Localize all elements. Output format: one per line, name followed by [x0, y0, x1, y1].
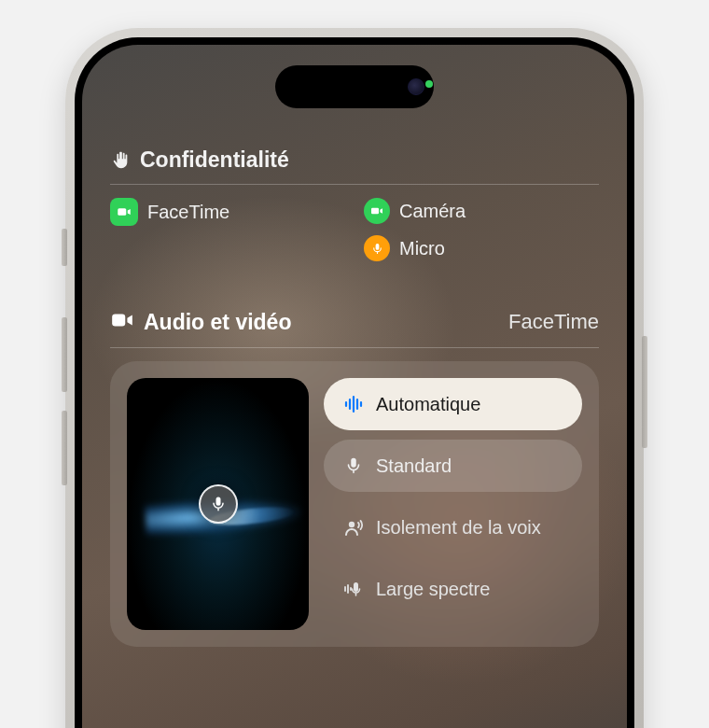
svg-rect-10	[351, 458, 356, 468]
option-label: Isolement de la voix	[376, 517, 541, 539]
waveform-icon	[342, 393, 365, 415]
hand-icon	[110, 150, 131, 171]
privacy-app-item[interactable]: FaceTime	[110, 198, 345, 226]
dynamic-island[interactable]	[275, 65, 434, 108]
divider	[110, 347, 599, 348]
svg-rect-2	[375, 243, 379, 249]
svg-rect-3	[112, 315, 125, 327]
svg-rect-1	[371, 208, 379, 215]
svg-rect-15	[354, 582, 358, 592]
control-center-content: Confidentialité	[110, 147, 599, 647]
volume-down-button[interactable]	[62, 411, 67, 485]
privacy-section: Confidentialité	[110, 147, 599, 261]
wide-spectrum-icon	[342, 578, 365, 600]
mic-indicator-icon	[364, 235, 390, 261]
silent-switch[interactable]	[62, 229, 67, 266]
privacy-micro-item[interactable]: Micro	[364, 235, 599, 261]
option-label: Automatique	[376, 394, 480, 415]
mic-badge	[199, 484, 238, 524]
privacy-title: Confidentialité	[140, 147, 289, 173]
mic-mode-options: Automatique Standard	[324, 378, 582, 630]
av-title: Audio et vidéo	[144, 310, 291, 335]
phone-frame: Confidentialité	[65, 28, 644, 728]
privacy-app-label: FaceTime	[147, 202, 229, 223]
svg-point-11	[349, 522, 354, 527]
mic-mode-standard[interactable]: Standard	[324, 440, 582, 492]
option-label: Standard	[376, 455, 452, 477]
volume-up-button[interactable]	[62, 317, 67, 392]
camera-label: Caméra	[399, 201, 466, 222]
power-button[interactable]	[642, 336, 647, 448]
audio-video-section: Audio et vidéo FaceTime	[110, 308, 599, 647]
av-panel: Automatique Standard	[110, 361, 599, 647]
screen: Confidentialité	[82, 45, 627, 728]
divider	[110, 184, 599, 185]
privacy-camera-item[interactable]: Caméra	[364, 198, 599, 224]
privacy-grid: FaceTime Camér	[110, 198, 599, 261]
facetime-app-icon	[110, 198, 138, 226]
voice-isolation-icon	[342, 516, 365, 539]
mic-mode-wide-spectrum[interactable]: Large spectre	[324, 563, 582, 615]
av-header: Audio et vidéo FaceTime	[110, 308, 599, 336]
mic-mode-auto[interactable]: Automatique	[324, 378, 582, 430]
video-camera-icon	[110, 308, 134, 336]
svg-rect-0	[118, 208, 126, 216]
option-label: Large spectre	[376, 579, 490, 600]
camera-indicator-icon	[364, 198, 390, 224]
privacy-header: Confidentialité	[110, 147, 599, 173]
svg-rect-4	[215, 497, 220, 506]
mic-mode-isolation[interactable]: Isolement de la voix	[324, 501, 582, 553]
camera-activity-indicator	[425, 80, 433, 88]
front-camera	[408, 78, 424, 95]
video-preview[interactable]	[127, 378, 309, 630]
micro-label: Micro	[399, 238, 445, 259]
av-app-label: FaceTime	[508, 310, 599, 334]
mic-icon	[342, 455, 365, 477]
phone-bezel: Confidentialité	[75, 37, 634, 728]
